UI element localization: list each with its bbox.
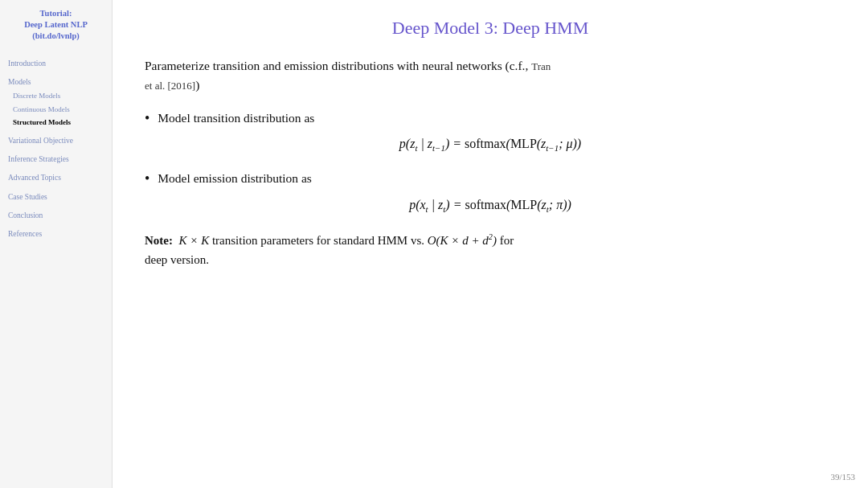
sidebar-item-case-studies[interactable]: Case Studies xyxy=(6,191,105,204)
bullet-item-1: • Model transition distribution as xyxy=(145,109,836,128)
note-section: Note: K × K transition parameters for st… xyxy=(145,231,836,269)
bullet-dot-2: • xyxy=(145,170,149,188)
bullet-emission: • Model emission distribution as p(xt | … xyxy=(145,170,836,215)
reference-tran: Tran xyxy=(531,60,551,72)
reference-tran-cont: et al. [2016] xyxy=(145,80,195,92)
sidebar-item-structured-models[interactable]: Structured Models xyxy=(6,116,105,129)
sidebar-item-variational-objective[interactable]: Variational Objective xyxy=(6,134,105,148)
bullet-item-2: • Model emission distribution as xyxy=(145,170,836,188)
sidebar-item-models[interactable]: Models xyxy=(6,76,105,89)
sidebar-item-discrete-models[interactable]: Discrete Models xyxy=(6,89,105,103)
equation-1: p(zt | zt−1) = softmax(MLP(zt−1; μ)) xyxy=(145,134,836,155)
sidebar-item-advanced-topics[interactable]: Advanced Topics xyxy=(6,171,105,185)
sidebar-item-references[interactable]: References xyxy=(6,228,105,241)
sidebar-item-conclusion[interactable]: Conclusion xyxy=(6,209,105,223)
page-number: 39/153 xyxy=(830,472,855,482)
bullet-label-2: Model emission distribution as xyxy=(158,170,312,187)
sidebar-item-introduction[interactable]: Introduction xyxy=(6,57,105,71)
note-bold-label: Note: xyxy=(145,234,173,247)
slide-body: Parameterize transition and emission dis… xyxy=(145,56,836,472)
bullet-transition: • Model transition distribution as p(zt … xyxy=(145,109,836,155)
sidebar-item-inference-strategies[interactable]: Inference Strategies xyxy=(6,153,105,166)
sidebar-item-continuous-models[interactable]: Continuous Models xyxy=(6,103,105,117)
equation-2: p(xt | zt) = softmax(MLP(zt; π)) xyxy=(145,195,836,216)
logo-text: Tutorial: Deep Latent NLP (bit.do/lvnlp) xyxy=(6,8,105,43)
sidebar-logo[interactable]: Tutorial: Deep Latent NLP (bit.do/lvnlp) xyxy=(6,8,105,43)
intro-paragraph: Parameterize transition and emission dis… xyxy=(145,56,836,95)
slide-title: Deep Model 3: Deep HMM xyxy=(145,18,836,39)
slide-main: Deep Model 3: Deep HMM Parameterize tran… xyxy=(113,0,868,488)
sidebar: Tutorial: Deep Latent NLP (bit.do/lvnlp)… xyxy=(0,0,113,488)
bullet-label-1: Model transition distribution as xyxy=(158,109,314,127)
bullet-dot-1: • xyxy=(145,109,149,128)
